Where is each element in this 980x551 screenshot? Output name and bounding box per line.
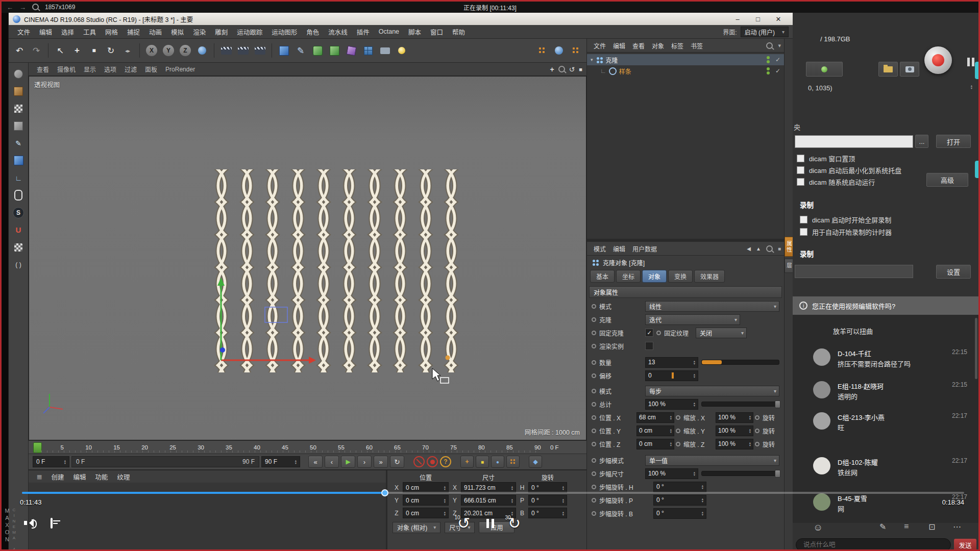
object-name[interactable]: 样条 [619, 67, 631, 76]
anim-dot-icon[interactable] [592, 511, 596, 516]
last-tool-icon[interactable]: ◂▸ [120, 43, 135, 58]
menu-item[interactable]: 插件 [352, 27, 374, 37]
record-setting-input[interactable] [795, 265, 913, 278]
material-sphere-icon[interactable] [551, 43, 567, 58]
clones-dropdown[interactable]: 迭代 [645, 314, 740, 325]
layout-dots-icon[interactable] [534, 43, 550, 58]
lock-icon[interactable]: ■ [778, 246, 781, 252]
pan-view-icon[interactable]: + [550, 65, 554, 73]
lock-y-axis-icon[interactable]: Y [161, 43, 176, 58]
anim-dot-icon[interactable] [592, 429, 596, 433]
spinner-icon[interactable] [444, 498, 446, 503]
menu-item[interactable]: 捕捉 [122, 27, 144, 37]
spinner-icon[interactable] [694, 471, 695, 476]
material-tab[interactable]: 纹理 [113, 472, 134, 482]
anim-dot-icon[interactable] [592, 304, 596, 309]
spinner-icon[interactable] [702, 497, 703, 503]
settings-button[interactable]: 设置 [936, 265, 971, 279]
spinner-icon[interactable] [694, 360, 695, 365]
lock-z-axis-icon[interactable]: Z [178, 43, 193, 58]
step-mode-dropdown2[interactable]: 单一值 [645, 455, 779, 466]
option-checkbox[interactable] [797, 166, 804, 174]
tab-coordinates[interactable]: 坐标 [616, 270, 641, 283]
points-mode-icon[interactable]: ✎ [12, 136, 26, 150]
anim-dot-icon[interactable] [755, 442, 760, 446]
render-picture-viewer-icon[interactable] [235, 43, 251, 58]
coord-mode-dropdown[interactable]: 对象 (相对) [393, 522, 440, 533]
magnet-icon[interactable]: U [12, 223, 26, 237]
minimize-button[interactable]: – [727, 13, 748, 24]
menu-item[interactable]: 脚本 [404, 27, 426, 37]
keyframe-presets-icon[interactable]: ◆ [529, 456, 542, 468]
record-pla-icon[interactable] [506, 456, 520, 468]
progress-knob[interactable] [381, 489, 388, 496]
size-x-field[interactable]: 911.723 cm [461, 482, 516, 493]
anim-dot-icon[interactable] [592, 344, 596, 348]
chat-input[interactable] [796, 538, 951, 549]
clone-position-y-field[interactable]: 0 cm [636, 425, 674, 436]
render-view-icon[interactable] [218, 43, 234, 58]
anim-dot-icon[interactable] [676, 429, 680, 433]
rotation-b-field[interactable]: 0 ° [528, 508, 567, 518]
material-tab[interactable]: 创建 [47, 472, 68, 482]
zoom-view-icon[interactable] [558, 66, 565, 72]
viewport-menu-item[interactable]: 查看 [33, 65, 53, 73]
record-rotation-icon[interactable]: ● [491, 456, 504, 468]
menu-item[interactable]: 运动图形 [267, 27, 302, 37]
avatar[interactable] [813, 348, 830, 366]
step-rotation-p-field[interactable]: 0 ° [653, 495, 706, 506]
axis-gizmo[interactable] [29, 77, 586, 440]
notice-banner[interactable]: i 您正在使用视频编辑软件吗? [793, 296, 978, 315]
viewport-menu-item[interactable]: ProRender [161, 66, 199, 73]
menu-item[interactable]: 文件 [13, 27, 35, 37]
search-icon[interactable] [32, 4, 39, 10]
browse-button[interactable]: ... [915, 135, 928, 148]
menu-item[interactable]: 帮助 [448, 27, 470, 37]
rotate-tool-icon[interactable]: ↻ [103, 43, 118, 58]
emoji-icon[interactable]: ☺ [813, 522, 823, 533]
enable-check-icon[interactable]: ✓ [775, 56, 780, 63]
render-instance-checkbox[interactable] [645, 342, 653, 350]
menu-item[interactable]: 工具 [79, 27, 101, 37]
tab-object[interactable]: 对象 [642, 270, 667, 283]
record-button[interactable] [924, 46, 952, 74]
clone-position-x-field[interactable]: 68 cm [636, 412, 674, 423]
rotate-view-icon[interactable]: ↺ [569, 65, 575, 73]
menu-item[interactable]: 窗口 [426, 27, 448, 37]
step-size-field[interactable]: 100 % [645, 468, 698, 479]
rotation-p-field[interactable]: 0 ° [528, 495, 567, 506]
clone-scale-z-field[interactable]: 100 % [716, 439, 753, 449]
spinner-icon[interactable] [670, 428, 672, 433]
search-icon[interactable] [766, 42, 773, 49]
recording-mode-button[interactable] [806, 62, 843, 77]
position-x-field[interactable]: 0 cm [403, 482, 449, 493]
record-scale-icon[interactable]: ■ [476, 456, 489, 468]
tab-effectors[interactable]: 效果器 [694, 270, 725, 283]
menu-item[interactable]: 运动跟踪 [232, 27, 267, 37]
tweak-mode-icon[interactable] [12, 188, 26, 202]
menu-item[interactable]: 角色 [302, 27, 324, 37]
keyframe-selection-icon[interactable]: ? [440, 456, 451, 467]
anim-dot-icon[interactable] [592, 471, 596, 476]
coordinate-system-icon[interactable] [194, 43, 210, 58]
avatar[interactable] [813, 493, 830, 511]
spline-edit-icon[interactable]: ∟ [12, 171, 26, 185]
step-rotation-h-field[interactable]: 0 ° [653, 482, 706, 492]
menu-item[interactable]: Octane [374, 28, 404, 35]
om-menu-item[interactable]: 书签 [687, 41, 706, 50]
clone-scale-x-field[interactable]: 100 % [716, 412, 753, 423]
end-frame-field[interactable]: 90 F [261, 456, 300, 467]
anim-dot-icon[interactable] [592, 458, 596, 463]
anim-dot-icon[interactable] [592, 389, 596, 393]
polygons-mode-icon[interactable] [12, 154, 26, 167]
anim-dot-icon[interactable] [755, 429, 760, 433]
anim-dot-icon[interactable] [592, 360, 596, 365]
progress-bar[interactable] [22, 492, 964, 494]
back-icon[interactable]: ← [7, 4, 13, 11]
filter-icon[interactable]: ▾ [778, 42, 781, 49]
timeline-playhead[interactable] [33, 442, 42, 453]
camera-icon[interactable] [377, 43, 393, 58]
workplane-mode-icon[interactable] [12, 119, 26, 133]
menu-item[interactable]: 雕刻 [210, 27, 232, 37]
timeline-ruler[interactable]: 0 5 10 15 20 25 30 35 40 45 50 [29, 440, 586, 454]
